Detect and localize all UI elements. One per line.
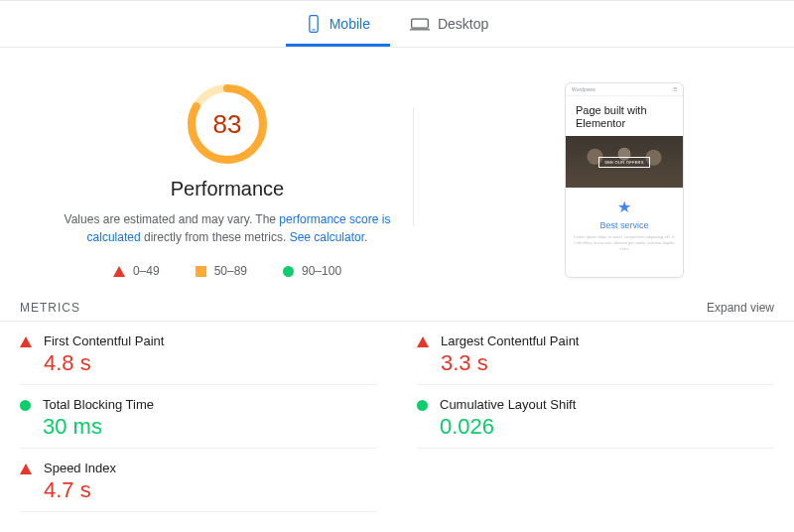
score-legend: 0–49 50–89 90–100 xyxy=(113,264,341,278)
preview-hero: SEE OUR OFFERS xyxy=(566,136,683,188)
triangle-fail-icon xyxy=(113,266,125,277)
metric-lcp: Largest Contentful Paint 3.3 s xyxy=(417,322,774,385)
desktop-icon xyxy=(410,16,430,32)
legend-average: 50–89 xyxy=(196,264,247,278)
expand-view-toggle[interactable]: Expand view xyxy=(707,301,774,315)
legend-fail: 0–49 xyxy=(113,264,160,278)
preview-brand: Wordpress xyxy=(572,86,596,92)
legend-range: 90–100 xyxy=(302,264,341,278)
metric-name: Largest Contentful Paint xyxy=(441,333,579,348)
desc-text: . xyxy=(364,230,367,244)
preview-cta: SEE OUR OFFERS xyxy=(598,157,650,168)
metric-name: Cumulative Layout Shift xyxy=(440,397,576,412)
svg-rect-1 xyxy=(312,29,315,30)
metric-value: 3.3 s xyxy=(441,350,579,376)
preview-column: Wordpress ☰ Page built with Elementor SE… xyxy=(435,82,774,278)
metrics-grid: First Contentful Paint 4.8 s Largest Con… xyxy=(0,322,794,512)
metric-value: 4.8 s xyxy=(44,350,164,376)
triangle-fail-icon xyxy=(417,336,429,347)
triangle-fail-icon xyxy=(20,464,32,474)
square-average-icon xyxy=(196,266,206,277)
hamburger-icon: ☰ xyxy=(673,86,677,92)
tab-desktop[interactable]: Desktop xyxy=(390,1,508,47)
preview-title: Page built with Elementor xyxy=(576,104,673,130)
performance-title: Performance xyxy=(171,178,285,200)
tab-mobile[interactable]: Mobile xyxy=(286,1,390,47)
desc-text: directly from these metrics. xyxy=(141,230,290,244)
circle-pass-icon xyxy=(283,266,294,277)
mobile-icon xyxy=(306,14,322,34)
performance-description: Values are estimated and may vary. The p… xyxy=(49,210,406,246)
desc-text: Values are estimated and may vary. The xyxy=(65,212,280,226)
legend-pass: 90–100 xyxy=(283,264,341,278)
score-column: 83 Performance Values are estimated and … xyxy=(20,82,435,278)
metric-name: Total Blocking Time xyxy=(43,397,154,412)
tab-mobile-label: Mobile xyxy=(330,16,370,32)
metric-tbt: Total Blocking Time 30 ms xyxy=(20,385,377,449)
tab-desktop-label: Desktop xyxy=(438,16,488,32)
metric-fcp: First Contentful Paint 4.8 s xyxy=(20,322,377,385)
metric-name: First Contentful Paint xyxy=(44,333,164,348)
metric-cls: Cumulative Layout Shift 0.026 xyxy=(417,385,774,449)
metric-value: 0.026 xyxy=(440,414,576,440)
triangle-fail-icon xyxy=(20,336,32,347)
svg-rect-2 xyxy=(412,19,429,28)
vertical-divider xyxy=(413,107,414,226)
preview-topbar: Wordpress ☰ xyxy=(566,83,683,96)
metrics-header: METRICS Expand view xyxy=(0,294,794,322)
metric-value: 30 ms xyxy=(43,414,154,440)
page-preview-thumbnail: Wordpress ☰ Page built with Elementor SE… xyxy=(565,82,684,278)
performance-score: 83 xyxy=(186,82,269,166)
performance-gauge: 83 xyxy=(186,82,269,166)
metric-name: Speed Index xyxy=(44,461,116,475)
metrics-label: METRICS xyxy=(20,301,80,315)
summary-section: 83 Performance Values are estimated and … xyxy=(0,48,794,288)
legend-range: 50–89 xyxy=(214,264,247,278)
circle-pass-icon xyxy=(20,400,31,411)
preview-lorem: Lorem ipsum dolor sit amet, consectetur … xyxy=(566,230,683,262)
device-tabs: Mobile Desktop xyxy=(0,0,794,48)
legend-range: 0–49 xyxy=(133,264,160,278)
preview-subtitle: Best service xyxy=(566,220,683,230)
link-see-calculator[interactable]: See calculator xyxy=(290,230,364,244)
circle-pass-icon xyxy=(417,400,428,411)
metric-si: Speed Index 4.7 s xyxy=(20,449,377,512)
star-icon: ★ xyxy=(566,188,683,220)
metric-value: 4.7 s xyxy=(44,477,116,503)
